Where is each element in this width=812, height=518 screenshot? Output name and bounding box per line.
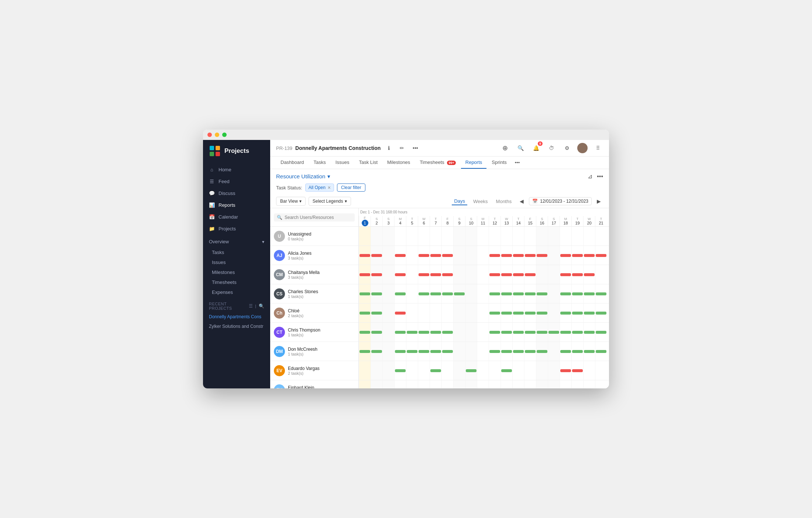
sidebar-item-calendar[interactable]: 📅 Calendar <box>203 211 270 223</box>
search-icon[interactable]: 🔍 <box>515 143 526 153</box>
gantt-cell <box>359 284 371 303</box>
reports-icon: 📊 <box>209 202 215 208</box>
svg-rect-3 <box>216 152 220 156</box>
recent-project-donnelly[interactable]: Donnelly Apartments Cons <box>203 312 270 322</box>
filter-chip-status[interactable]: All Open × <box>305 183 334 192</box>
period-months[interactable]: Months <box>494 198 514 205</box>
sidebar-item-label: Reports <box>219 202 235 208</box>
day-number: 8 <box>446 221 448 225</box>
recent-project-zylker[interactable]: Zylker Solutions and Constr <box>203 322 270 331</box>
next-date-button[interactable]: ▶ <box>595 198 603 205</box>
tab-issues[interactable]: Issues <box>331 157 354 169</box>
tab-more[interactable]: ••• <box>512 157 523 168</box>
gantt-user-list: 🔍 U Unassigned 0 task(s) AJ Alicia Jones… <box>270 208 359 388</box>
gantt-cell <box>406 361 418 380</box>
gantt-bar <box>419 388 429 389</box>
gantt-bar <box>501 273 512 276</box>
sidebar-item-home[interactable]: ⌂ Home <box>203 164 270 175</box>
search-icon[interactable]: 🔍 <box>259 303 265 309</box>
bar-view-button[interactable]: Bar View ▾ <box>276 197 306 206</box>
gantt-cell <box>571 303 583 322</box>
avatar[interactable] <box>577 143 588 153</box>
gantt-cell <box>524 361 536 380</box>
day-name: W <box>588 217 591 221</box>
more-icon[interactable]: ••• <box>410 143 420 153</box>
minimize-button[interactable] <box>215 133 219 137</box>
tab-timesheets[interactable]: Timesheets 99+ <box>415 157 460 169</box>
tab-reports[interactable]: Reports <box>461 157 487 169</box>
gantt-bar <box>489 350 500 353</box>
gantt-bar <box>359 350 370 353</box>
timesheets-badge: 99+ <box>447 161 455 165</box>
gantt-cell <box>560 284 571 303</box>
filter-chip-remove[interactable]: × <box>328 185 331 191</box>
user-row: U Unassigned 0 task(s) <box>270 227 358 246</box>
list-icon[interactable]: ☰ <box>249 303 253 309</box>
prev-date-button[interactable]: ◀ <box>517 198 526 205</box>
grid-icon[interactable]: ⠿ <box>593 143 603 153</box>
more-options-icon[interactable]: ••• <box>597 173 603 180</box>
day-number: 7 <box>434 221 437 225</box>
gantt-bar <box>419 350 429 353</box>
period-days[interactable]: Days <box>452 198 467 205</box>
gantt-cell <box>406 227 418 246</box>
edit-icon[interactable]: ✏ <box>397 143 407 153</box>
gantt-cell <box>371 361 382 380</box>
sub-item-milestones[interactable]: Milestones <box>206 267 270 277</box>
timer-icon[interactable]: ⏱ <box>546 143 557 153</box>
day-name: S <box>541 217 543 221</box>
sidebar-item-feed[interactable]: ☰ Feed <box>203 175 270 187</box>
report-header: Resource Utilization ▾ ⊿ ••• <box>270 169 609 182</box>
sub-item-timesheets[interactable]: Timesheets <box>206 277 270 287</box>
gantt-cell <box>371 323 382 342</box>
legends-button[interactable]: Select Legends ▾ <box>309 197 351 206</box>
tab-milestones[interactable]: Milestones <box>383 157 414 169</box>
date-range[interactable]: 📅 12/01/2023 - 12/31/2023 <box>529 197 592 205</box>
info-icon[interactable]: ℹ <box>383 143 394 153</box>
gantt-cell <box>406 265 418 284</box>
gantt-cell <box>524 323 536 342</box>
period-weeks[interactable]: Weeks <box>471 198 490 205</box>
search-input[interactable] <box>285 215 352 220</box>
overview-header[interactable]: Overview ▾ <box>203 236 270 247</box>
settings-icon[interactable]: ⚙ <box>562 143 572 153</box>
gantt-bar <box>584 312 595 315</box>
tab-dashboard[interactable]: Dashboard <box>276 157 309 169</box>
sub-item-expenses[interactable]: Expenses <box>206 287 270 297</box>
day-number: 17 <box>551 221 556 225</box>
tab-tasks[interactable]: Tasks <box>309 157 330 169</box>
gantt-cell <box>453 323 465 342</box>
filter-icon[interactable]: ⊿ <box>588 173 592 180</box>
sub-item-tasks[interactable]: Tasks <box>206 247 270 257</box>
sub-item-issues[interactable]: Issues <box>206 257 270 267</box>
day-number: 10 <box>469 221 473 225</box>
gantt-cell <box>536 361 548 380</box>
gantt-chart[interactable]: Dec 1 - Dec 31 168:00 hours F 1 S 2 S 3 … <box>359 208 609 388</box>
gantt-cell <box>453 227 465 246</box>
gantt-day-cell: W 6 <box>418 216 430 226</box>
sidebar-item-reports[interactable]: 📊 Reports <box>203 199 270 211</box>
tab-sprints[interactable]: Sprints <box>487 157 511 169</box>
gantt-bar <box>572 273 583 276</box>
report-title-button[interactable]: Resource Utilization ▾ <box>276 173 330 180</box>
tab-task-list[interactable]: Task List <box>354 157 382 169</box>
add-button[interactable]: ⊕ <box>500 143 510 153</box>
clear-filter-button[interactable]: Clear filter <box>337 183 365 192</box>
gantt-cell <box>595 284 607 303</box>
gantt-bar <box>395 369 406 372</box>
feed-icon: ☰ <box>209 178 215 184</box>
gantt-bar <box>359 292 370 295</box>
gantt-cell <box>418 227 430 246</box>
gantt-cell <box>465 380 477 388</box>
sidebar-item-projects[interactable]: 📁 Projects <box>203 223 270 234</box>
gantt-bar <box>596 254 606 257</box>
gantt-bar <box>513 273 524 276</box>
notification-button[interactable]: 🔔 9 <box>531 143 541 153</box>
gantt-cell <box>489 323 500 342</box>
sidebar-item-discuss[interactable]: 💬 Discuss <box>203 187 270 199</box>
gantt-cell <box>512 323 524 342</box>
user-tasks: 2 task(s) <box>288 313 355 318</box>
close-button[interactable] <box>207 133 212 137</box>
maximize-button[interactable] <box>222 133 227 137</box>
gantt-bar <box>537 350 547 353</box>
